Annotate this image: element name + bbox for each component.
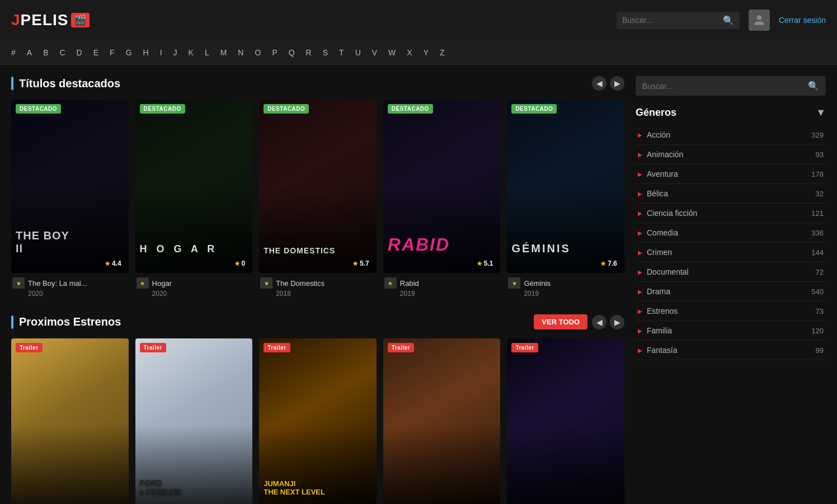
genre-item[interactable]: ▶ Animación 93 bbox=[636, 145, 826, 164]
nav-item-p[interactable]: P bbox=[266, 40, 283, 65]
upcoming-nav-arrows: ◀ ▶ bbox=[592, 315, 624, 329]
genre-name: Acción bbox=[647, 130, 670, 139]
upcoming-prev-arrow[interactable]: ◀ bbox=[592, 315, 606, 329]
nav-item-i[interactable]: I bbox=[154, 40, 168, 65]
movie-thumbnail: DESTACADO THE BOYII ★ 4.4 bbox=[11, 100, 129, 273]
movie-thumbnail: DESTACADO H O G A R ★ 0 bbox=[135, 100, 253, 273]
genre-item[interactable]: ▶ Familia 120 bbox=[636, 321, 826, 341]
genre-item[interactable]: ▶ Bélica 32 bbox=[636, 184, 826, 204]
search-icon[interactable]: 🔍 bbox=[723, 15, 734, 26]
nav-item-#[interactable]: # bbox=[6, 40, 21, 65]
genre-item[interactable]: ▶ Estrenos 73 bbox=[636, 302, 826, 321]
nav-item-n[interactable]: N bbox=[232, 40, 249, 65]
genre-count: 120 bbox=[811, 327, 824, 335]
movie-card[interactable]: Trailer JUMANJITHE NEXT LEVEL ★ Jumanji:… bbox=[259, 338, 377, 504]
nav-item-j[interactable]: J bbox=[168, 40, 183, 65]
gradient-overlay bbox=[11, 425, 129, 504]
nav-item-x[interactable]: X bbox=[401, 40, 417, 65]
nav-item-b[interactable]: B bbox=[37, 40, 54, 65]
rating-value: 7.6 bbox=[608, 260, 617, 267]
movie-title-overlay: GÉMINIS bbox=[511, 242, 620, 255]
header-right: 🔍 Cerrar sesión bbox=[617, 10, 826, 31]
movie-title-overlay: RABID bbox=[388, 234, 496, 255]
nav-item-m[interactable]: M bbox=[215, 40, 233, 65]
upcoming-next-arrow[interactable]: ▶ bbox=[610, 315, 624, 329]
movie-card[interactable]: Trailer ★ Star Wars 2019 bbox=[507, 338, 624, 504]
nav-item-z[interactable]: Z bbox=[434, 40, 450, 65]
nav-item-u[interactable]: U bbox=[350, 40, 366, 65]
genre-left: ▶ Animación bbox=[638, 150, 683, 159]
nav-item-q[interactable]: Q bbox=[283, 40, 300, 65]
logo-icon: 🎬 bbox=[71, 13, 90, 27]
movie-name: Hogar bbox=[152, 279, 172, 288]
movie-badge: Trailer bbox=[388, 343, 415, 352]
genre-left: ▶ Aventura bbox=[638, 169, 678, 178]
movie-year: 2020 bbox=[152, 290, 252, 298]
movie-badge: Trailer bbox=[511, 343, 538, 352]
featured-next-arrow[interactable]: ▶ bbox=[610, 76, 624, 91]
nav-item-l[interactable]: L bbox=[199, 40, 215, 65]
upcoming-controls: VER TODO ◀ ▶ bbox=[534, 314, 624, 329]
movie-card[interactable]: DESTACADO THE DOMESTICS ★ 5.7 ★ The Dome… bbox=[259, 100, 377, 298]
nav-item-k[interactable]: K bbox=[183, 40, 199, 65]
movie-card[interactable]: DESTACADO RABID ★ 5.1 ★ Rabid 2019 bbox=[383, 100, 501, 298]
featured-prev-arrow[interactable]: ◀ bbox=[592, 76, 606, 91]
movie-rating: ★ 5.1 bbox=[474, 258, 496, 269]
movie-card[interactable]: DESTACADO H O G A R ★ 0 ★ Hogar 2020 bbox=[135, 100, 253, 298]
movie-badge: DESTACADO bbox=[388, 104, 433, 114]
nav-item-s[interactable]: S bbox=[317, 40, 333, 65]
movie-rating: ★ 0 bbox=[232, 258, 248, 269]
genre-item[interactable]: ▶ Ciencia ficción 121 bbox=[636, 204, 826, 223]
movie-card[interactable]: Trailer ★ Película 4 2020 bbox=[383, 338, 501, 504]
nav-item-t[interactable]: T bbox=[333, 40, 350, 65]
movie-card[interactable]: Trailer FORDv FERRARI ★ Ford v Ferrari 2… bbox=[135, 338, 253, 504]
genre-name: Documental bbox=[647, 267, 689, 276]
genre-arrow-icon: ▶ bbox=[638, 289, 642, 295]
genre-count: 32 bbox=[816, 190, 824, 198]
sidebar-search-icon[interactable]: 🔍 bbox=[808, 81, 819, 91]
nav-item-e[interactable]: E bbox=[88, 40, 104, 65]
star-badge: ★ bbox=[12, 277, 25, 289]
nav-item-a[interactable]: A bbox=[21, 40, 37, 65]
genre-item[interactable]: ▶ Acción 329 bbox=[636, 125, 826, 145]
movie-year: 2018 bbox=[276, 290, 375, 298]
logout-button[interactable]: Cerrar sesión bbox=[779, 16, 826, 25]
movie-rating: ★ 4.4 bbox=[102, 258, 124, 269]
nav-item-y[interactable]: Y bbox=[418, 40, 434, 65]
movie-card[interactable]: DESTACADO THE BOYII ★ 4.4 ★ The Boy: La … bbox=[11, 100, 129, 298]
genre-item[interactable]: ▶ Fantasía 99 bbox=[636, 341, 826, 360]
movie-card[interactable]: DESTACADO GÉMINIS ★ 7.6 ★ Géminis 2019 bbox=[507, 100, 624, 298]
genre-left: ▶ Drama bbox=[638, 287, 670, 296]
header-search-input[interactable] bbox=[622, 16, 723, 25]
movie-card[interactable]: Trailer ★ Película 1 2020 bbox=[11, 338, 129, 504]
user-avatar[interactable] bbox=[749, 10, 770, 31]
genre-arrow-icon: ▶ bbox=[638, 132, 642, 138]
movie-title-row: ★ Rabid bbox=[384, 277, 500, 289]
genre-name: Estrenos bbox=[647, 307, 678, 315]
nav-item-g[interactable]: G bbox=[120, 40, 138, 65]
featured-section: Títulos destacados ◀ ▶ DESTACADO THE BOY… bbox=[11, 76, 624, 298]
movie-thumbnail: DESTACADO GÉMINIS ★ 7.6 bbox=[507, 100, 624, 273]
nav-item-c[interactable]: C bbox=[54, 40, 70, 65]
genre-item[interactable]: ▶ Drama 540 bbox=[636, 282, 826, 302]
genre-item[interactable]: ▶ Documental 72 bbox=[636, 262, 826, 282]
nav-item-o[interactable]: O bbox=[249, 40, 266, 65]
nav-item-h[interactable]: H bbox=[138, 40, 154, 65]
genres-dropdown-icon[interactable]: ▼ bbox=[816, 107, 826, 119]
movie-thumbnail: DESTACADO RABID ★ 5.1 bbox=[383, 100, 501, 273]
nav-item-f[interactable]: F bbox=[104, 40, 120, 65]
nav-item-d[interactable]: D bbox=[71, 40, 88, 65]
movie-rating: ★ 7.6 bbox=[598, 258, 620, 269]
movie-badge: Trailer bbox=[264, 343, 290, 352]
genre-arrow-icon: ▶ bbox=[638, 328, 642, 334]
genre-item[interactable]: ▶ Crimen 144 bbox=[636, 243, 826, 262]
ver-todo-button[interactable]: VER TODO bbox=[534, 314, 587, 329]
nav-item-r[interactable]: R bbox=[300, 40, 317, 65]
movie-title-overlay: FORDv FERRARI bbox=[140, 478, 248, 496]
genre-item[interactable]: ▶ Comedia 336 bbox=[636, 223, 826, 243]
nav-item-w[interactable]: W bbox=[383, 40, 401, 65]
logo[interactable]: JPELIS 🎬 bbox=[11, 11, 90, 29]
sidebar-search-input[interactable] bbox=[642, 82, 808, 91]
genre-item[interactable]: ▶ Aventura 178 bbox=[636, 164, 826, 184]
nav-item-v[interactable]: V bbox=[366, 40, 383, 65]
